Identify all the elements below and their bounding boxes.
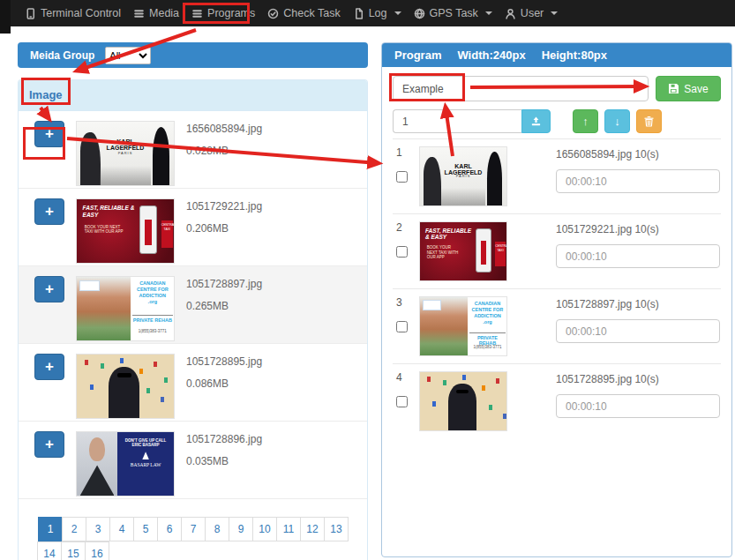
- decor-figure: [448, 384, 476, 430]
- chevron-down-icon: [394, 11, 401, 15]
- page-button[interactable]: 16: [85, 541, 109, 560]
- duration-input[interactable]: [556, 169, 720, 193]
- image-list-panel: Image + KARL LAGERFELD PARIS 1656085894.…: [18, 79, 368, 560]
- page-button[interactable]: 9: [229, 517, 253, 541]
- nav-media[interactable]: Media: [133, 7, 179, 19]
- save-button[interactable]: Save: [656, 76, 721, 101]
- tab-image[interactable]: Image: [19, 80, 367, 111]
- nav-user[interactable]: User: [505, 7, 558, 19]
- program-panel-header: Program Width:240px Height:80px: [382, 43, 731, 67]
- thumb-text: ADDICTION: [469, 313, 506, 319]
- program-toolbar: ↑ ↓: [393, 109, 721, 133]
- program-row-checkbox[interactable]: [396, 396, 408, 407]
- page-button[interactable]: 11: [276, 517, 301, 541]
- page-button[interactable]: 2: [62, 517, 86, 541]
- tablet-icon: [25, 8, 36, 19]
- delete-button[interactable]: [636, 109, 662, 133]
- nav-check-task[interactable]: Check Task: [267, 7, 340, 19]
- nav-programs[interactable]: Programs: [191, 7, 255, 19]
- media-group-select[interactable]: All: [105, 47, 151, 64]
- nav-label: Check Task: [283, 7, 340, 19]
- page-button[interactable]: 3: [86, 517, 110, 541]
- add-media-button[interactable]: +: [34, 121, 64, 147]
- chevron-down-icon: [551, 11, 558, 15]
- media-thumbnail-basarp: DON'T GIVE UP CALL ERIC BASARP BASARP LA…: [76, 431, 175, 497]
- page-button[interactable]: 1: [38, 517, 63, 541]
- page-button[interactable]: 15: [61, 541, 86, 560]
- insert-position-icon: [530, 116, 542, 127]
- program-row-checkbox[interactable]: [396, 321, 408, 332]
- page-button[interactable]: 4: [109, 517, 134, 541]
- decor-phone: [476, 228, 492, 273]
- nav-label: User: [521, 7, 544, 19]
- program-row-checkbox[interactable]: [396, 171, 408, 183]
- thumb-text: PRIVATE REHAB: [469, 332, 506, 346]
- program-row-checkbox[interactable]: [396, 246, 408, 258]
- media-list-item: + CANADIANCENTRE FORADDICTION.org PRIVAT…: [19, 266, 367, 344]
- duration-input[interactable]: [556, 319, 720, 343]
- program-height: Height:80px: [542, 49, 607, 62]
- thumb-text: CENTRAL TAXI: [495, 242, 506, 266]
- media-library-panel: Meida Group All Image + KARL LAGERFELD P…: [18, 42, 368, 560]
- decor-confetti: [85, 360, 88, 365]
- page-button[interactable]: 13: [324, 517, 349, 541]
- nav-terminal-control[interactable]: Terminal Control: [25, 7, 121, 19]
- program-row: 4 1051728895.jpg 10(s): [393, 363, 721, 438]
- add-media-button[interactable]: +: [34, 198, 64, 225]
- page-button[interactable]: 14: [37, 541, 62, 560]
- add-media-button[interactable]: +: [34, 431, 64, 458]
- move-down-button[interactable]: ↓: [604, 109, 630, 133]
- program-name-input[interactable]: [393, 76, 649, 101]
- program-row: 3 CANADIANCENTRE FORADDICTION.org PRIVAT…: [393, 288, 721, 363]
- thumb-text: 1(855)383-3771: [132, 329, 173, 333]
- decor-figure: [80, 132, 101, 185]
- jump-to-position-button[interactable]: [521, 109, 551, 133]
- add-media-button[interactable]: +: [34, 276, 64, 302]
- page-button[interactable]: 10: [252, 517, 277, 541]
- thumb-text: FAST, RELIABLE & EASY: [425, 228, 473, 241]
- decor-figure: [153, 127, 169, 185]
- media-filesize: 0.028MB: [186, 145, 262, 157]
- nav-log[interactable]: Log: [353, 7, 401, 19]
- page-button[interactable]: 7: [181, 517, 206, 541]
- program-row-index: 2: [396, 221, 419, 234]
- duration-input[interactable]: [556, 394, 720, 418]
- thumb-text: PRIVATE REHAB: [132, 315, 173, 323]
- program-panel-body: Save ↑ ↓ 1: [382, 67, 731, 438]
- program-thumbnail-cards: [419, 371, 507, 431]
- media-meta: 1051729221.jpg 0.206MB: [186, 196, 262, 265]
- program-row-right: 1051728897.jpg 10(s): [556, 296, 721, 363]
- thumb-text: PARIS: [101, 151, 150, 155]
- position-input[interactable]: [393, 109, 521, 133]
- save-label: Save: [684, 83, 708, 95]
- decor-phone: [139, 205, 158, 254]
- program-row: 1 KARL LAGERFELD PARIS 1656085894.jpg 10…: [393, 138, 721, 213]
- decor-logo: [79, 280, 100, 292]
- media-filesize: 0.265MB: [186, 300, 262, 312]
- page-button[interactable]: 8: [205, 517, 229, 541]
- thumb-text: BASARP LAW: [117, 462, 174, 467]
- program-row-index: 1: [396, 146, 419, 159]
- page-button[interactable]: 5: [133, 517, 158, 541]
- decor-logo: [141, 452, 151, 459]
- media-thumbnail-karl: KARL LAGERFELD PARIS: [76, 121, 175, 186]
- nav-gps-task[interactable]: GPS Task: [414, 7, 492, 19]
- move-up-button[interactable]: ↑: [573, 109, 598, 133]
- thumb-text: ADDICTION: [132, 293, 173, 299]
- media-list-item: + KARL LAGERFELD PARIS 1656085894.jpg 0.…: [19, 111, 367, 189]
- thumb-text: CENTRE FOR: [469, 307, 506, 313]
- program-row: 2 FAST, RELIABLE & EASY BOOK YOUR NEXT T…: [393, 213, 721, 288]
- page-button[interactable]: 12: [300, 517, 325, 541]
- program-width: Width:240px: [457, 49, 525, 62]
- nav-label: Terminal Control: [41, 7, 121, 19]
- page-button[interactable]: 6: [157, 517, 182, 541]
- thumb-text: .org: [132, 299, 173, 305]
- media-filename: 1051729221.jpg: [186, 200, 262, 213]
- add-media-button[interactable]: +: [34, 354, 64, 380]
- program-row-index: 4: [396, 371, 419, 384]
- decor-skyline: [441, 188, 486, 205]
- thumb-text: CANADIANCENTRE FORADDICTION.org: [132, 280, 173, 305]
- duration-input[interactable]: [556, 244, 720, 268]
- list-icon: [191, 8, 203, 19]
- thumb-text: BOOK YOUR NEXT TAXI WITH OUR APP: [85, 225, 124, 235]
